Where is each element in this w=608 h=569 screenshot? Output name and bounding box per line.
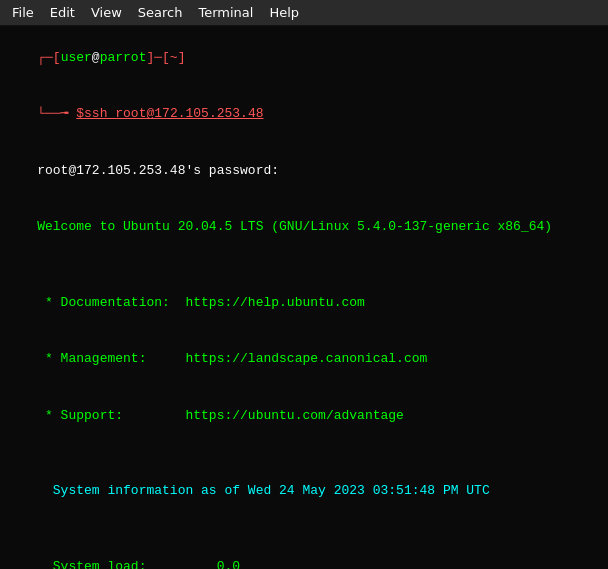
welcome-text: Welcome to Ubuntu 20.04.5 LTS (GNU/Linux… <box>37 219 552 234</box>
prompt-line1: ┌─[user@parrot]─[~] <box>6 30 602 87</box>
terminal-area[interactable]: ┌─[user@parrot]─[~] └──╼ $ssh root@172.1… <box>0 26 608 569</box>
menu-file[interactable]: File <box>4 3 42 22</box>
ssh-command: $ssh root@172.105.253.48 <box>76 106 263 121</box>
welcome-line: Welcome to Ubuntu 20.04.5 LTS (GNU/Linux… <box>6 200 602 257</box>
mgmt-line: * Management: https://landscape.canonica… <box>6 332 602 389</box>
sysload-line: System load: 0.0 <box>6 539 602 569</box>
prompt-at: @ <box>92 50 100 65</box>
sysinfo-line: System information as of Wed 24 May 2023… <box>6 463 602 520</box>
menu-help[interactable]: Help <box>261 3 307 22</box>
prompt-bracket-close: ]─[~] <box>146 50 185 65</box>
support-label: * Support: <box>37 408 123 423</box>
sysload-val: 0.0 <box>146 559 240 569</box>
doc-line: * Documentation: https://help.ubuntu.com <box>6 275 602 332</box>
support-line: * Support: https://ubuntu.com/advantage <box>6 388 602 445</box>
support-url: https://ubuntu.com/advantage <box>123 408 404 423</box>
prompt-bracket-open: ┌─[ <box>37 50 60 65</box>
sysinfo-text: System information as of Wed 24 May 2023… <box>37 483 489 498</box>
doc-label: * Documentation: <box>37 295 170 310</box>
password-prompt-line: root@172.105.253.48's password: <box>6 143 602 200</box>
mgmt-label: * Management: <box>37 351 146 366</box>
prompt-arrow: └──╼ <box>37 106 76 121</box>
menu-terminal[interactable]: Terminal <box>190 3 261 22</box>
prompt-line2: └──╼ $ssh root@172.105.253.48 <box>6 87 602 144</box>
blank1 <box>6 256 602 275</box>
blank2 <box>6 445 602 464</box>
doc-url: https://help.ubuntu.com <box>170 295 365 310</box>
menu-view[interactable]: View <box>83 3 130 22</box>
prompt-host: parrot <box>100 50 147 65</box>
sysload-label: System load: <box>37 559 146 569</box>
prompt-user: user <box>61 50 92 65</box>
menu-edit[interactable]: Edit <box>42 3 83 22</box>
menu-bar: File Edit View Search Terminal Help <box>0 0 608 26</box>
blank3 <box>6 520 602 539</box>
menu-search[interactable]: Search <box>130 3 191 22</box>
mgmt-url: https://landscape.canonical.com <box>146 351 427 366</box>
password-prompt-text: root@172.105.253.48's password: <box>37 163 279 178</box>
